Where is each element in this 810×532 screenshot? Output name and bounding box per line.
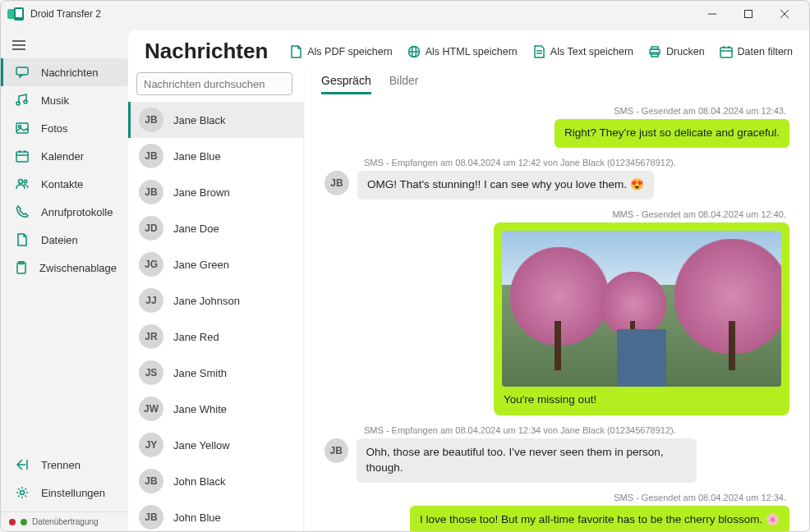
contact-name: Jane Green (173, 259, 229, 271)
mms-image[interactable] (502, 231, 781, 387)
contact-name: Jane Yellow (173, 439, 230, 452)
avatar: JY (139, 433, 163, 457)
header: Nachrichten Als PDF speichern Als HTML s… (128, 30, 809, 67)
svg-rect-34 (720, 48, 732, 57)
filter-icon (720, 45, 733, 58)
conversation-list: JBJane BlackJBJane BlueJBJane BrownJDJan… (128, 67, 305, 531)
disconnect-icon (15, 458, 30, 471)
contact-item[interactable]: JSJane Smith (128, 355, 303, 391)
chat-panel: Gespräch Bilder SMS - Gesendet am 08.04.… (305, 67, 809, 531)
nav-calendar[interactable]: Kalender (1, 142, 128, 170)
message-received: SMS - Empfangen am 08.04.2024 um 12:42 v… (324, 154, 789, 200)
chat-icon (15, 66, 30, 79)
contact-item[interactable]: JRJane Red (128, 319, 303, 355)
nav-photos[interactable]: Fotos (1, 114, 128, 142)
contact-item[interactable]: JBJane Black (128, 102, 303, 138)
print-button[interactable]: Drucken (648, 45, 705, 58)
menu-toggle-button[interactable] (1, 35, 128, 55)
contact-name: John Blue (173, 511, 221, 524)
contact-name: Jane White (173, 403, 227, 415)
pdf-icon (289, 45, 302, 58)
nav-label: Kontakte (41, 178, 83, 190)
nav-files[interactable]: Dateien (1, 226, 128, 254)
message-meta: SMS - Gesendet am 08.04.2024 um 12:34. (614, 493, 786, 502)
tool-label: Als HTML speichern (426, 46, 518, 57)
contact-name: Jane Johnson (173, 295, 240, 307)
message-meta: SMS - Gesendet am 08.04.2024 um 12:43. (614, 106, 786, 116)
contact-name: Jane Blue (173, 150, 221, 163)
avatar: JB (139, 180, 163, 204)
main-panel: Nachrichten Als PDF speichern Als HTML s… (128, 30, 809, 531)
nav-label: Dateien (41, 234, 78, 246)
status-dot-red (9, 519, 16, 525)
contacts-icon (15, 177, 30, 190)
contact-name: Jane Red (173, 331, 219, 343)
html-icon (407, 45, 421, 58)
titlebar: Droid Transfer 2 (1, 1, 809, 27)
nav-main: Nachrichten Musik Fotos Kalender Kontakt… (1, 58, 128, 451)
message-sent: SMS - Gesendet am 08.04.2024 um 12:43. R… (324, 103, 789, 148)
avatar: JB (324, 171, 349, 195)
tabs: Gespräch Bilder (305, 67, 809, 94)
close-button[interactable] (766, 2, 803, 25)
message-meta: SMS - Empfangen am 08.04.2024 um 12:34 v… (364, 425, 676, 435)
tab-images[interactable]: Bilder (389, 74, 419, 94)
gear-icon (15, 486, 30, 499)
messages[interactable]: SMS - Gesendet am 08.04.2024 um 12:43. R… (305, 94, 809, 531)
nav-clipboard[interactable]: Zwischenablage (1, 254, 128, 282)
nav-label: Fotos (41, 122, 68, 135)
nav-label: Nachrichten (41, 66, 98, 79)
filter-button[interactable]: Daten filtern (720, 45, 793, 58)
save-pdf-button[interactable]: Als PDF speichern (289, 45, 393, 58)
avatar: JB (324, 438, 348, 463)
maximize-button[interactable] (730, 2, 766, 25)
contact-item[interactable]: JYJane Yellow (128, 427, 303, 463)
nav-label: Trennen (41, 459, 81, 471)
tool-label: Drucken (666, 46, 705, 57)
mms-bubble: You're missing out! (494, 222, 789, 415)
tool-label: Daten filtern (738, 46, 793, 57)
avatar: JD (139, 216, 163, 241)
nav-disconnect[interactable]: Trennen (1, 451, 128, 479)
svg-point-11 (16, 102, 20, 105)
tool-label: Als Text speichern (550, 46, 633, 57)
contact-item[interactable]: JBJane Blue (128, 138, 303, 174)
window-controls (694, 2, 803, 25)
nav-music[interactable]: Musik (1, 86, 128, 114)
contact-item[interactable]: JGJane Green (128, 246, 303, 282)
contact-item[interactable]: JDJane Doe (128, 210, 303, 246)
search-input[interactable] (136, 72, 292, 95)
svg-point-14 (19, 126, 21, 128)
svg-rect-4 (745, 11, 752, 18)
message-bubble: OMG! That's stunning!! I can see why you… (357, 171, 654, 200)
status-dot-green (21, 519, 27, 525)
save-html-button[interactable]: Als HTML speichern (407, 45, 518, 58)
contact-item[interactable]: JJJane Johnson (128, 282, 303, 319)
nav-messages[interactable]: Nachrichten (1, 58, 128, 86)
contacts[interactable]: JBJane BlackJBJane BlueJBJane BrownJDJan… (128, 102, 304, 531)
avatar: JG (139, 252, 163, 277)
svg-point-25 (21, 491, 25, 495)
message-received: SMS - Empfangen am 08.04.2024 um 12:34 v… (324, 422, 789, 483)
nav-contacts[interactable]: Kontakte (1, 170, 128, 198)
svg-rect-13 (16, 123, 28, 133)
minimize-button[interactable] (694, 2, 730, 25)
contact-item[interactable]: JWJane White (128, 391, 303, 427)
message-sent: SMS - Gesendet am 08.04.2024 um 12:34. I… (324, 489, 789, 531)
status-bar: Datenübertragung (1, 511, 128, 531)
file-icon (15, 233, 30, 246)
contact-name: Jane Doe (173, 222, 219, 235)
contact-item[interactable]: JBJohn Blue (128, 499, 303, 531)
svg-point-19 (19, 180, 23, 184)
nav-calllog[interactable]: Anrufprotokolle (1, 198, 128, 226)
printer-icon (648, 45, 661, 58)
mms-text: You're missing out! (502, 387, 781, 407)
contact-item[interactable]: JBJane Brown (128, 174, 303, 210)
toolbar: Als PDF speichern Als HTML speichern Als… (289, 45, 793, 58)
contact-item[interactable]: JBJohn Black (128, 463, 303, 499)
nav-settings[interactable]: Einstellungen (1, 479, 128, 507)
save-text-button[interactable]: Als Text speichern (532, 45, 633, 58)
photo-icon (15, 122, 30, 135)
message-meta: MMS - Gesendet am 08.04.2024 um 12:40. (612, 209, 786, 219)
tab-conversation[interactable]: Gespräch (321, 74, 371, 94)
